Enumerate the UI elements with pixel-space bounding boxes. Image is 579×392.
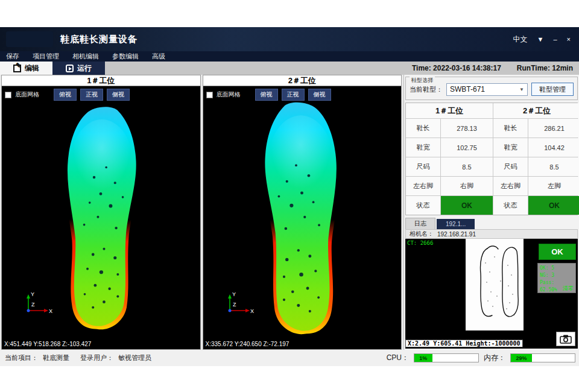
axis-z-label: Z [31, 302, 35, 308]
menu-bar: 保存 项目管理 相机编辑 参数编辑 高级 [0, 51, 579, 62]
main-area: 1＃工位 底面网格 俯视 正视 侧视 Y Z X X:4 [0, 75, 579, 350]
row-value: 104.42 [528, 138, 579, 157]
tab-run[interactable]: 运行 [52, 62, 105, 75]
viewport1-coordinates: X:451.449 Y:518.268 Z:-103.427 [4, 341, 91, 347]
results-table: 1＃工位 2＃工位 鞋长 278.13 鞋长 286.21 鞋宽 102.75 … [405, 103, 578, 215]
memory-value: 29% [516, 355, 527, 361]
shoe-manage-button[interactable]: 鞋型管理 [531, 83, 574, 96]
chevron-down-icon[interactable]: ▼ [537, 36, 544, 43]
row-value: 278.13 [441, 119, 493, 138]
menu-project[interactable]: 项目管理 [33, 52, 59, 61]
language-selector[interactable]: 中文 [513, 34, 528, 45]
log-tab-strip: 日志 192.1... [405, 218, 578, 229]
tab-strip: 编辑 运行 Time: 2022-03-16 14:38:17 RunTime:… [0, 62, 579, 75]
cpu-meter: 1% [414, 353, 479, 362]
front-view-button[interactable]: 正视 [282, 89, 305, 101]
title-bar: 鞋底鞋长测量设备 中文 ▼ – × [0, 27, 579, 51]
viewport2-coordinates: X:335.672 Y:240.650 Z:-72.197 [206, 341, 290, 347]
station2-header: 2＃工位 [493, 103, 579, 118]
row-label: 尺码 [493, 157, 528, 176]
groupbox-title: 鞋型选择 [410, 77, 435, 84]
row-value: 右脚 [441, 177, 493, 195]
camera-ip-value: 192.168.21.91 [437, 231, 476, 238]
camera-canvas[interactable]: CT: 2666 [405, 239, 578, 349]
row-value: 左脚 [528, 177, 579, 195]
memory-meter: 29% [510, 353, 575, 362]
grid-checkbox[interactable] [5, 92, 11, 98]
user-label: 登录用户： [80, 353, 113, 362]
minimize-button[interactable]: – [553, 36, 557, 43]
front-view-button[interactable]: 正视 [80, 89, 103, 101]
side-view-button[interactable]: 侧视 [308, 89, 331, 101]
stats-box: OK: 5 NG: 3 Pass: 62.50% 清零 [537, 263, 576, 293]
play-icon [66, 65, 74, 72]
axis-z-label: Z [233, 302, 236, 308]
row-label: 鞋长 [406, 119, 440, 138]
camera-name-bar: 相机名： 192.168.21.91 [405, 229, 578, 239]
top-view-button[interactable]: 俯视 [255, 89, 278, 101]
shoe-model-select[interactable]: SWBT-671 ▼ [446, 83, 528, 96]
combo-arrow-icon: ▼ [519, 87, 524, 92]
viewport1-canvas[interactable]: 底面网格 俯视 正视 侧视 Y Z X X:451.449 Y:518.268 … [2, 86, 200, 349]
runtime-text: RunTime: 12min [517, 64, 573, 72]
tab-edit[interactable]: 编辑 [0, 62, 52, 75]
station1-status-badge: OK [441, 196, 493, 215]
menu-param-edit[interactable]: 参数编辑 [112, 52, 139, 61]
shoe-model-value: SWBT-671 [450, 85, 485, 93]
binary-camera-image [466, 239, 524, 330]
camera-icon [560, 335, 572, 344]
top-view-button[interactable]: 俯视 [54, 89, 77, 101]
memory-label: 内存： [484, 353, 505, 363]
axis-x-label: X [49, 308, 52, 314]
camera-name-label: 相机名： [410, 230, 434, 238]
row-label: 左右脚 [406, 177, 440, 195]
tab-edit-label: 编辑 [25, 63, 39, 74]
menu-save[interactable]: 保存 [6, 52, 19, 61]
grid-checkbox-label: 底面网格 [15, 90, 39, 99]
close-button[interactable]: × [567, 36, 571, 43]
current-shoe-label: 当前鞋型： [410, 85, 443, 94]
row-label: 尺码 [406, 157, 440, 176]
viewport2-title: 2＃工位 [203, 75, 402, 86]
tab-camera-ip[interactable]: 192.1... [437, 219, 475, 229]
viewport1-title: 1＃工位 [2, 75, 200, 86]
tab-log[interactable]: 日志 [405, 218, 435, 229]
status-bar: 当前项目： 鞋底测量 登录用户： 敏视管理员 CPU： 1% 内存： 29% [0, 350, 579, 366]
viewport2-canvas[interactable]: 底面网格 俯视 正视 侧视 Y Z X X:335.672 Y:240.650 … [203, 86, 402, 349]
row-value: 286.21 [528, 119, 579, 138]
menu-camera-edit[interactable]: 相机编辑 [72, 52, 99, 61]
camera-ok-badge: OK [539, 244, 576, 260]
viewport-station1: 1＃工位 底面网格 俯视 正视 侧视 Y Z X X:4 [1, 75, 201, 350]
row-label: 左右脚 [493, 177, 528, 195]
project-label: 当前项目： [5, 353, 38, 362]
axis-triad: Y Z X [221, 290, 255, 318]
cpu-label: CPU： [387, 353, 409, 363]
row-value: 8.5 [441, 157, 493, 176]
time-text: Time: 2022-03-16 14:38:17 [412, 64, 501, 72]
row-label: 鞋宽 [493, 138, 528, 157]
camera-coordinates: X:2.49 Y:605.41 Height:-1000000 [405, 340, 523, 347]
cycle-time-text: CT: 2666 [407, 240, 433, 246]
clear-stats-button[interactable]: 清零 [563, 285, 574, 292]
stat-ok: OK: 5 [540, 265, 574, 272]
user-value: 敏视管理员 [118, 353, 151, 362]
menu-advanced[interactable]: 高级 [152, 52, 165, 61]
row-value: 102.75 [441, 138, 493, 157]
project-value: 鞋底测量 [43, 353, 69, 362]
station1-header: 1＃工位 [406, 103, 493, 118]
row-label: 鞋宽 [406, 138, 440, 157]
side-view-button[interactable]: 侧视 [107, 89, 130, 101]
grid-checkbox[interactable] [206, 92, 213, 98]
station2-status-badge: OK [528, 196, 579, 215]
axis-x-label: X [250, 308, 254, 314]
shoe-model-groupbox: 鞋型选择 当前鞋型： SWBT-671 ▼ 鞋型管理 [405, 77, 578, 100]
app-window: 鞋底鞋长测量设备 中文 ▼ – × 保存 项目管理 相机编辑 参数编辑 高级 编… [0, 27, 579, 366]
row-label: 状态 [406, 196, 440, 215]
cpu-value: 1% [419, 355, 427, 361]
row-value: 8.5 [528, 157, 579, 176]
tab-run-label: 运行 [77, 63, 92, 74]
snapshot-button[interactable] [556, 332, 575, 346]
app-logo [6, 31, 53, 47]
row-label: 鞋长 [493, 119, 528, 138]
right-panel: 鞋型选择 当前鞋型： SWBT-671 ▼ 鞋型管理 1＃工位 2＃工位 鞋长 … [403, 75, 579, 350]
